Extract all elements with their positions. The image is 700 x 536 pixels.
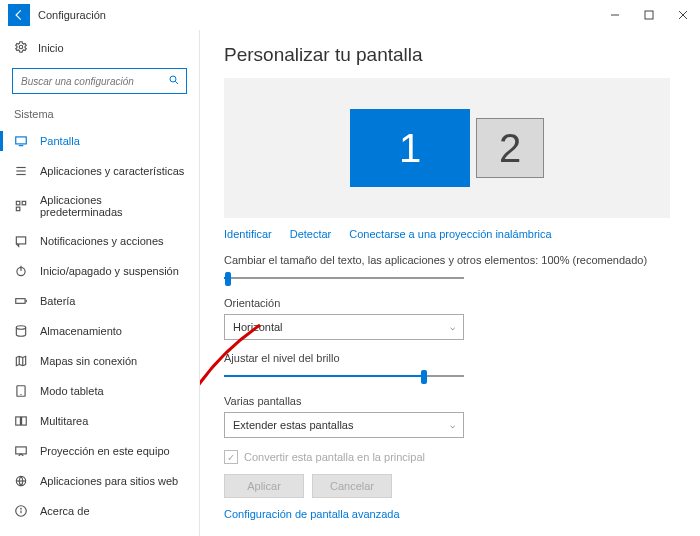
defaults-icon	[14, 199, 28, 213]
make-primary-label: Convertir esta pantalla en la principal	[244, 451, 425, 463]
svg-rect-1	[645, 11, 653, 19]
search-box[interactable]	[12, 68, 187, 94]
sidebar-item-label: Acerca de	[40, 505, 90, 517]
svg-point-20	[16, 326, 25, 330]
orientation-label: Orientación	[224, 297, 670, 309]
multidisplay-select[interactable]: Extender estas pantallas ⌵	[224, 412, 464, 438]
svg-rect-12	[16, 201, 20, 205]
sidebar-item-label: Aplicaciones para sitios web	[40, 475, 178, 487]
identify-link[interactable]: Identificar	[224, 228, 272, 240]
detect-link[interactable]: Detectar	[290, 228, 332, 240]
svg-rect-7	[16, 137, 27, 144]
storage-icon	[14, 324, 28, 338]
make-primary-checkbox: ✓ Convertir esta pantalla en la principa…	[224, 450, 670, 464]
brightness-label: Ajustar el nivel del brillo	[224, 352, 670, 364]
slider-thumb[interactable]	[225, 272, 231, 286]
svg-rect-13	[22, 201, 26, 205]
sidebar-item-multitask[interactable]: Multitarea	[0, 406, 199, 436]
back-button[interactable]	[8, 4, 30, 26]
close-button[interactable]	[666, 0, 700, 30]
multidisplay-label: Varias pantallas	[224, 395, 670, 407]
sidebar-item-label: Multitarea	[40, 415, 88, 427]
advanced-link[interactable]: Configuración de pantalla avanzada	[224, 508, 400, 520]
sidebar-item-label: Modo tableta	[40, 385, 104, 397]
sidebar-item-notifications[interactable]: Notificaciones y acciones	[0, 226, 199, 256]
monitor-1[interactable]: 1	[350, 109, 470, 187]
sidebar-item-power[interactable]: Inicio/apagado y suspensión	[0, 256, 199, 286]
orientation-select[interactable]: Horizontal ⌵	[224, 314, 464, 340]
svg-rect-14	[16, 207, 20, 211]
notification-icon	[14, 234, 28, 248]
sidebar-item-display[interactable]: Pantalla	[0, 126, 199, 156]
maximize-button[interactable]	[632, 0, 666, 30]
sidebar-item-apps[interactable]: Aplicaciones y características	[0, 156, 199, 186]
svg-rect-25	[16, 417, 21, 425]
sidebar-item-projection[interactable]: Proyección en este equipo	[0, 436, 199, 466]
svg-point-5	[170, 76, 176, 82]
scale-slider[interactable]	[224, 271, 464, 285]
tablet-icon	[14, 384, 28, 398]
sidebar-item-label: Mapas sin conexión	[40, 355, 137, 367]
map-icon	[14, 354, 28, 368]
chevron-down-icon: ⌵	[450, 420, 455, 430]
sidebar-item-label: Inicio/apagado y suspensión	[40, 265, 179, 277]
sidebar-item-label: Proyección en este equipo	[40, 445, 170, 457]
sidebar-item-label: Almacenamiento	[40, 325, 122, 337]
display-arrangement[interactable]: 1 2	[224, 78, 670, 218]
list-icon	[14, 164, 28, 178]
sidebar-item-tablet[interactable]: Modo tableta	[0, 376, 199, 406]
brightness-slider[interactable]	[224, 369, 464, 383]
svg-line-6	[175, 81, 178, 84]
sidebar-item-label: Aplicaciones y características	[40, 165, 184, 177]
cancel-button[interactable]: Cancelar	[312, 474, 392, 498]
sidebar-item-maps[interactable]: Mapas sin conexión	[0, 346, 199, 376]
search-input[interactable]	[21, 76, 168, 87]
sidebar-item-label: Batería	[40, 295, 75, 307]
page-heading: Personalizar tu pantalla	[224, 44, 670, 66]
chevron-down-icon: ⌵	[450, 322, 455, 332]
monitor-2[interactable]: 2	[476, 118, 544, 178]
sidebar-item-about[interactable]: Acerca de	[0, 496, 199, 526]
sidebar-item-label: Aplicaciones predeterminadas	[40, 194, 185, 218]
svg-rect-18	[16, 299, 25, 304]
orientation-value: Horizontal	[233, 321, 283, 333]
wireless-link[interactable]: Conectarse a una proyección inalámbrica	[349, 228, 551, 240]
home-label: Inicio	[38, 42, 64, 54]
svg-rect-26	[22, 417, 27, 425]
slider-thumb[interactable]	[421, 370, 427, 384]
sidebar-item-label: Pantalla	[40, 135, 80, 147]
battery-icon	[14, 294, 28, 308]
section-label: Sistema	[0, 104, 199, 126]
sidebar-item-webapps[interactable]: Aplicaciones para sitios web	[0, 466, 199, 496]
multitask-icon	[14, 414, 28, 428]
sidebar: Inicio Sistema Pantalla Aplicaciones y c…	[0, 30, 200, 536]
sidebar-item-label: Notificaciones y acciones	[40, 235, 164, 247]
scale-label: Cambiar el tamaño del texto, las aplicac…	[224, 254, 670, 266]
svg-point-4	[19, 45, 23, 49]
search-icon	[168, 74, 180, 89]
display-icon	[14, 134, 28, 148]
svg-rect-15	[16, 237, 25, 244]
info-icon	[14, 504, 28, 518]
window-title: Configuración	[38, 9, 106, 21]
sidebar-item-battery[interactable]: Batería	[0, 286, 199, 316]
checkbox-icon: ✓	[224, 450, 238, 464]
web-icon	[14, 474, 28, 488]
svg-point-32	[21, 508, 22, 509]
home-link[interactable]: Inicio	[0, 30, 199, 64]
svg-rect-27	[16, 447, 27, 454]
sidebar-item-default-apps[interactable]: Aplicaciones predeterminadas	[0, 186, 199, 226]
gear-icon	[14, 40, 28, 56]
multidisplay-value: Extender estas pantallas	[233, 419, 353, 431]
power-icon	[14, 264, 28, 278]
minimize-button[interactable]	[598, 0, 632, 30]
sidebar-item-storage[interactable]: Almacenamiento	[0, 316, 199, 346]
main-panel: Personalizar tu pantalla 1 2 Identificar…	[200, 30, 700, 536]
apply-button[interactable]: Aplicar	[224, 474, 304, 498]
titlebar: Configuración	[0, 0, 700, 30]
project-icon	[14, 444, 28, 458]
